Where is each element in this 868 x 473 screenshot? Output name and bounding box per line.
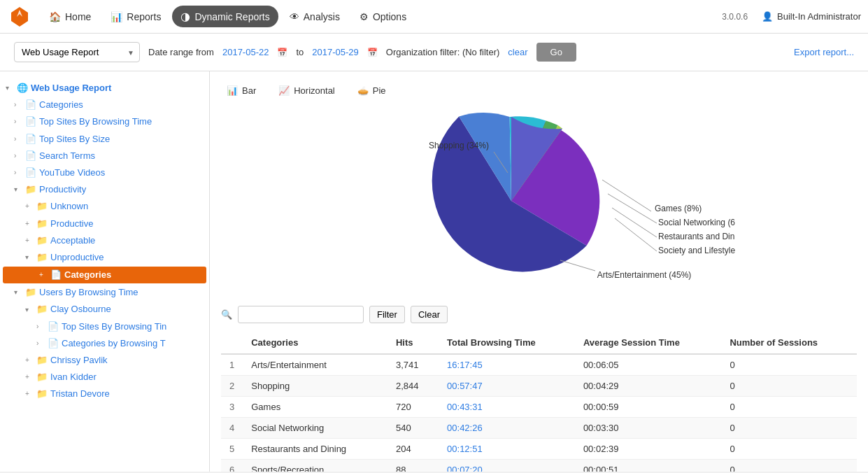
date-from-value: 2017-05-22 xyxy=(222,47,269,57)
sidebar-item-top-sites-browsing[interactable]: › 📄 Top Sites By Browsing Time xyxy=(0,113,209,130)
cell-total-time: 00:42:26 xyxy=(439,418,575,439)
productivity-icon: 📁 xyxy=(25,183,36,196)
pie-chart-svg: Shopping (34%) Arts/Entertainment (45%) … xyxy=(343,110,735,292)
table-search-input[interactable] xyxy=(238,306,364,323)
sidebar-item-chrissy[interactable]: + 📁 Chrissy Pavlik xyxy=(0,352,209,369)
sidebar-item-top-sites-size[interactable]: › 📄 Top Sites By Size xyxy=(0,131,209,148)
acceptable-label: Acceptable xyxy=(50,234,95,247)
tristan-label: Tristan Devore xyxy=(50,388,110,400)
sidebar-item-productivity[interactable]: ▾ 📁 Productivity xyxy=(0,181,209,198)
top-sites-label: Top Sites By Browsing Time xyxy=(39,115,152,128)
cell-sessions: 0 xyxy=(721,439,857,460)
dynamic-reports-icon: ◑ xyxy=(180,10,190,23)
sidebar-item-unknown[interactable]: + 📁 Unknown xyxy=(0,198,209,215)
sidebar-item-categories[interactable]: › 📄 Categories xyxy=(0,97,209,113)
date-to-value: 2017-05-29 xyxy=(312,47,359,57)
search-terms-expand-icon: › xyxy=(14,151,22,161)
cell-avg-time: 00:03:30 xyxy=(575,418,722,439)
cell-num: 4 xyxy=(221,418,243,439)
pie-chart-icon: 🥧 xyxy=(357,85,369,96)
sidebar-root-label: Web Usage Report xyxy=(31,82,111,94)
table-toolbar: 🔍 Filter Clear xyxy=(221,306,857,323)
pie-chart-area: Shopping (34%) Arts/Entertainment (45%) … xyxy=(221,110,857,292)
org-filter-clear[interactable]: clear xyxy=(508,47,527,57)
chrissy-icon: 📁 xyxy=(36,354,48,367)
ivan-label: Ivan Kidder xyxy=(50,371,97,383)
cell-hits: 204 xyxy=(387,439,439,460)
filter-button[interactable]: Filter xyxy=(369,306,405,323)
sidebar-item-unproductive[interactable]: ▾ 📁 Unproductive xyxy=(0,249,209,266)
table-row: 6 Sports/Recreation 88 00:07:20 00:00:51… xyxy=(221,460,857,472)
user-info: 👤 Built-In Administrator xyxy=(762,11,861,22)
sidebar-item-search-terms[interactable]: › 📄 Search Terms xyxy=(0,148,209,164)
categories-sel-label: Categories xyxy=(64,269,111,281)
top-sites-size-expand-icon: › xyxy=(14,134,22,144)
root-icon: 🌐 xyxy=(17,82,28,94)
toolbar: Web Usage Report Date range from 2017-05… xyxy=(0,34,868,71)
tristan-expand-icon: + xyxy=(25,389,34,399)
tab-pie[interactable]: 🥧 Pie xyxy=(352,83,392,99)
top-sites-tin-label: Top Sites By Browsing Tin xyxy=(62,320,166,333)
clay-icon: 📁 xyxy=(36,303,48,316)
nav-analysis-label: Analysis xyxy=(304,11,340,22)
user-name: Built-In Administrator xyxy=(777,11,861,22)
top-sites-size-icon: 📄 xyxy=(25,133,36,146)
app-logo xyxy=(7,4,32,29)
label-society: Society and Lifestyle (1%) xyxy=(658,246,735,255)
clear-button[interactable]: Clear xyxy=(411,306,448,323)
sidebar-item-ivan[interactable]: + 📁 Ivan Kidder xyxy=(0,369,209,386)
top-sites-tin-icon: 📄 xyxy=(48,320,59,333)
export-link[interactable]: Export report... xyxy=(794,47,854,57)
nav-reports[interactable]: 📊 Reports xyxy=(102,7,169,27)
sidebar-item-productive[interactable]: + 📁 Productive xyxy=(0,216,209,232)
reports-icon: 📊 xyxy=(111,11,122,22)
report-select-wrapper: Web Usage Report xyxy=(14,42,140,62)
table-search-icon: 🔍 xyxy=(221,309,232,320)
cell-avg-time: 00:04:29 xyxy=(575,376,722,397)
calendar-to-icon[interactable]: 📅 xyxy=(367,48,378,57)
unknown-label: Unknown xyxy=(50,200,88,213)
tab-bar[interactable]: 📊 Bar xyxy=(221,83,262,99)
sidebar-root[interactable]: ▾ 🌐 Web Usage Report xyxy=(0,80,209,97)
sidebar-item-clay[interactable]: ▾ 📁 Clay Osbourne xyxy=(0,301,209,318)
sidebar-item-tristan[interactable]: + 📁 Tristan Devore xyxy=(0,386,209,402)
go-button[interactable]: Go xyxy=(536,43,576,62)
unknown-expand-icon: + xyxy=(25,202,34,211)
productive-expand-icon: + xyxy=(25,219,34,229)
nav-dynamic-reports[interactable]: ◑ Dynamic Reports xyxy=(172,6,278,27)
chrissy-label: Chrissy Pavlik xyxy=(50,354,108,367)
nav-dynamic-reports-label: Dynamic Reports xyxy=(194,11,269,22)
youtube-icon: 📄 xyxy=(25,167,36,179)
sidebar-item-acceptable[interactable]: + 📁 Acceptable xyxy=(0,232,209,249)
nav-home[interactable]: 🏠 Home xyxy=(41,7,99,27)
top-nav: 🏠 Home 📊 Reports ◑ Dynamic Reports 👁 Ana… xyxy=(0,0,868,34)
cell-avg-time: 00:06:05 xyxy=(575,354,722,376)
users-browsing-label: Users By Browsing Time xyxy=(39,286,138,299)
table-row: 1 Arts/Entertainment 3,741 16:17:45 00:0… xyxy=(221,354,857,376)
cat-browsing-icon: 📄 xyxy=(48,337,59,350)
productive-label: Productive xyxy=(50,218,93,230)
nav-analysis[interactable]: 👁 Analysis xyxy=(281,7,348,27)
ivan-expand-icon: + xyxy=(25,372,34,382)
clay-label: Clay Osbourne xyxy=(50,303,111,316)
sidebar-item-youtube[interactable]: › 📄 YouTube Videos xyxy=(0,164,209,181)
options-icon: ⚙ xyxy=(360,11,369,22)
cat-browsing-label: Categories by Browsing T xyxy=(62,337,166,350)
unknown-icon: 📁 xyxy=(36,200,48,213)
sidebar-item-categories-browsing[interactable]: › 📄 Categories by Browsing T xyxy=(0,335,209,352)
calendar-from-icon[interactable]: 📅 xyxy=(277,48,287,57)
cell-total-time: 00:43:31 xyxy=(439,397,575,418)
sidebar-item-top-sites-tin[interactable]: › 📄 Top Sites By Browsing Tin xyxy=(0,318,209,335)
top-sites-icon: 📄 xyxy=(25,115,36,128)
tab-horizontal[interactable]: 📈 Horizontal xyxy=(273,83,341,99)
sidebar-item-categories-selected[interactable]: + 📄 Categories xyxy=(3,267,206,283)
report-select[interactable]: Web Usage Report xyxy=(14,42,140,62)
nav-options[interactable]: ⚙ Options xyxy=(351,7,415,27)
sidebar-item-users-browsing[interactable]: ▾ 📁 Users By Browsing Time xyxy=(0,284,209,301)
search-terms-icon: 📄 xyxy=(25,150,36,162)
cell-category: Arts/Entertainment xyxy=(243,354,387,376)
youtube-label: YouTube Videos xyxy=(39,167,105,179)
categories-icon: 📄 xyxy=(25,99,36,111)
col-hits: Hits xyxy=(387,332,439,354)
sidebar: ▾ 🌐 Web Usage Report › 📄 Categories › 📄 … xyxy=(0,71,210,472)
